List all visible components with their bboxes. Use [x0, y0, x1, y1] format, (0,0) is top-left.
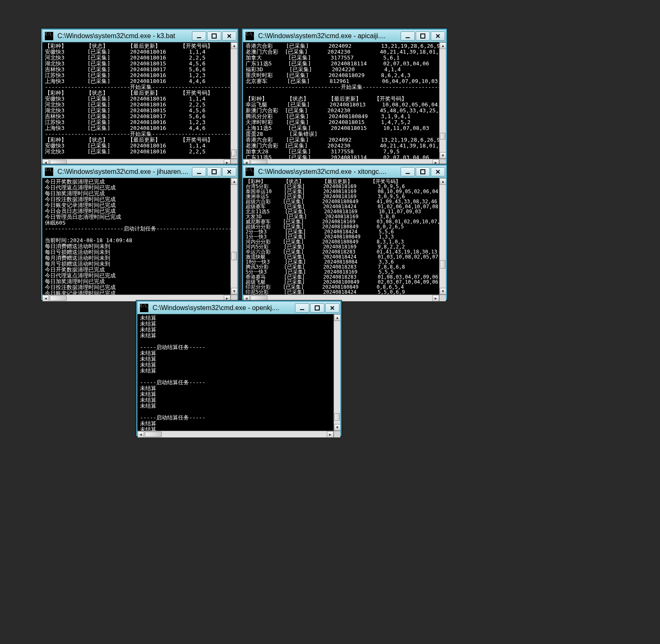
titlebar[interactable]: C:\Windows\system32\cmd.exe - jihuaren..… [42, 166, 237, 178]
table-row: 湖北快3 [已采集] 20240818015 4,5,6 [45, 60, 205, 67]
minimize-button[interactable] [401, 167, 415, 176]
scroll-thumb[interactable] [440, 133, 445, 140]
scroll-track[interactable] [231, 49, 237, 152]
scroll-left-button[interactable]: ◀ [42, 295, 49, 301]
scroll-up-button[interactable]: ▲ [231, 178, 237, 185]
cmd-window-jihuaren[interactable]: C:\Windows\system32\cmd.exe - jihuaren..… [41, 164, 238, 300]
terminal-content[interactable]: 【彩种】 【状态】 【最后更新】 【开奖号码】 安徽快3 [已采集] 20240… [42, 42, 237, 166]
log-line: 未结算 [140, 385, 156, 391]
scrollbar-horizontal[interactable]: ◀ ▶ [137, 431, 334, 437]
scroll-down-button[interactable]: ▼ [334, 424, 340, 431]
table-row: 上海11选5 [已采集] 20240818015 10,11,07,08,03 [246, 125, 429, 131]
window-title: C:\Windows\system32\cmd.exe - k3.bat [56, 32, 192, 40]
close-button[interactable] [431, 31, 445, 41]
svg-rect-7 [421, 170, 425, 174]
scrollbar-vertical[interactable]: ▲ ▼ [334, 314, 340, 431]
log-line: 未结算 [140, 356, 156, 362]
window-buttons [401, 167, 446, 176]
close-button[interactable] [222, 167, 236, 176]
cmd-window-xitongc[interactable]: C:\Windows\system32\cmd.exe - xitongc...… [242, 164, 447, 300]
window-title: C:\Windows\system32\cmd.exe - openkj.... [151, 304, 295, 312]
scroll-down-button[interactable]: ▼ [231, 288, 237, 295]
minimize-button[interactable] [192, 31, 206, 41]
terminal-content[interactable]: 今日开奖数据清理已完成 今日代理返点清理时间已完成 每日加奖清理时间已完成 今日… [42, 178, 237, 301]
log-line: 今日开奖数据清理已完成 [45, 178, 105, 185]
scroll-thumb[interactable] [50, 295, 67, 301]
section-divider: -----------------------------开始采集-------… [246, 84, 446, 90]
maximize-button[interactable] [207, 167, 221, 176]
scroll-down-button[interactable]: ▼ [440, 152, 446, 159]
close-button[interactable] [431, 167, 445, 176]
scroll-left-button[interactable]: ◀ [137, 431, 144, 437]
close-button[interactable] [325, 303, 339, 313]
scroll-up-button[interactable]: ▲ [440, 178, 446, 185]
minimize-button[interactable] [295, 303, 309, 313]
maximize-button[interactable] [416, 31, 430, 41]
window-buttons [192, 167, 237, 176]
terminal-content[interactable]: 香港六合彩 [已采集] 2024092 13,21,19,28,6,26,9 老… [243, 42, 446, 166]
cmd-icon [45, 32, 53, 40]
svg-rect-5 [212, 170, 216, 174]
log-line: 今日投注数据清理时间已完成 [45, 196, 116, 202]
scroll-up-button[interactable]: ▲ [334, 314, 340, 321]
cmd-window-k3[interactable]: C:\Windows\system32\cmd.exe - k3.bat 【彩种… [41, 28, 238, 164]
titlebar[interactable]: C:\Windows\system32\cmd.exe - xitongc...… [243, 166, 446, 178]
scrollbar-vertical[interactable]: ▲ ▼ [439, 42, 446, 159]
section-divider: --------------------------开始采集----------… [45, 84, 237, 90]
minimize-button[interactable] [192, 167, 206, 176]
scrollbar-vertical[interactable]: ▲ ▼ [439, 178, 446, 295]
titlebar[interactable]: C:\Windows\system32\cmd.exe - k3.bat [42, 30, 237, 42]
table-row: 香港六合彩 [已采集] 2024092 13,21,19,28,6,26,9 [246, 43, 440, 49]
scroll-thumb[interactable] [231, 252, 237, 260]
cmd-icon [246, 168, 254, 176]
svg-rect-0 [197, 37, 201, 38]
maximize-button[interactable] [310, 303, 324, 313]
log-line: 未结算 [140, 420, 156, 427]
scroll-up-button[interactable]: ▲ [440, 42, 446, 49]
section-divider: -----启动结算任务----- [140, 344, 205, 350]
scroll-thumb[interactable] [145, 432, 162, 437]
scroll-track[interactable] [440, 49, 446, 152]
log-line: 今日代理返点清理时间已完成 [45, 184, 116, 191]
cmd-window-apicaiji[interactable]: C:\Windows\system32\cmd.exe - apicaiji..… [242, 28, 447, 164]
titlebar[interactable]: C:\Windows\system32\cmd.exe - apicaiji..… [243, 30, 446, 42]
scroll-track[interactable] [231, 185, 237, 288]
scroll-corner [334, 431, 340, 437]
terminal-content[interactable]: 未结算 未结算 未结算 未结算 -----启动结算任务----- 未结算 未结算… [137, 314, 340, 437]
scroll-up-button[interactable]: ▲ [231, 42, 237, 49]
log-line: 未结算 [140, 367, 156, 374]
table-row: 河北快3 [已采集] 20240818016 2,2,5 [45, 101, 205, 108]
table-header: 【彩种】 【状态】 【最后更新】 【开奖号码】 [45, 137, 213, 143]
scroll-down-button[interactable]: ▼ [440, 288, 446, 295]
scroll-track[interactable] [334, 321, 340, 424]
scroll-right-button[interactable]: ▶ [327, 431, 334, 437]
log-line: 未结算 [140, 350, 156, 356]
close-button[interactable] [222, 31, 236, 41]
scroll-right-button[interactable]: ▶ [432, 295, 439, 301]
maximize-button[interactable] [207, 31, 221, 41]
log-line: 未结算 [140, 326, 156, 333]
log-line: 每日消费赠送活动时间未到 [45, 243, 110, 249]
table-row: 广东11选5 [已采集] 20240818114 02,07,03,04,06 [246, 60, 429, 67]
scrollbar-vertical[interactable]: ▲ ▼ [230, 178, 237, 295]
scroll-thumb[interactable] [231, 150, 237, 156]
scroll-thumb[interactable] [440, 260, 445, 269]
scroll-thumb[interactable] [334, 413, 340, 421]
window-title: C:\Windows\system32\cmd.exe - jihuaren..… [56, 168, 192, 176]
log-line: 未结算 [140, 397, 156, 403]
minimize-button[interactable] [401, 31, 415, 41]
log-line: 未结算 [140, 321, 156, 327]
cmd-window-openkj[interactable]: C:\Windows\system32\cmd.exe - openkj....… [136, 300, 342, 436]
titlebar[interactable]: C:\Windows\system32\cmd.exe - openkj.... [137, 302, 340, 314]
scroll-track[interactable] [144, 431, 327, 437]
log-line: 今日管理员日志清理时间已完成 [45, 214, 121, 220]
log-line: 每日加奖清理时间已完成 [45, 278, 105, 284]
log-line: 休眠60S [45, 220, 65, 226]
table-header: 【彩种】 【状态】 【最后更新】 【开奖号码】 [246, 96, 407, 102]
scroll-track[interactable] [440, 185, 446, 288]
terminal-content[interactable]: 【彩种】 【状态】 【最后更新】 【开奖号码】 台湾5分彩 [已采集] 2024… [243, 178, 446, 301]
table-row: 河北快3 [已采集] 20240818016 2,2,5 [45, 54, 205, 61]
maximize-button[interactable] [416, 167, 430, 176]
log-line: 今日开奖数据清理已完成 [45, 266, 105, 273]
scrollbar-vertical[interactable]: ▲ ▼ [230, 42, 237, 159]
